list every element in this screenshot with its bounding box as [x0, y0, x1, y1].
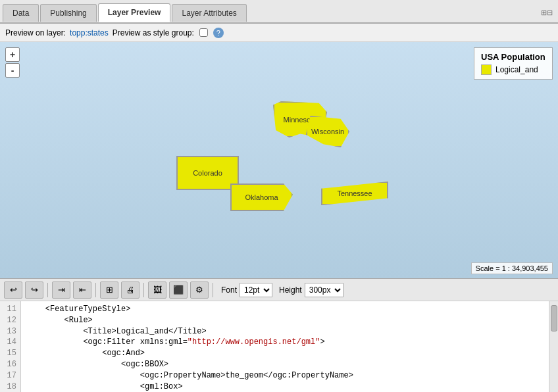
undo-button[interactable]: ↩: [4, 282, 22, 299]
indent-button[interactable]: ⇥: [52, 282, 70, 299]
print-button[interactable]: 🖨: [121, 282, 140, 299]
preview-label: Preview on layer:: [5, 28, 66, 37]
code-editor[interactable]: 1112131415 1617181920 2122 <FeatureTypeS…: [0, 301, 558, 392]
outdent-button[interactable]: ⇤: [73, 282, 91, 299]
style-group-checkbox[interactable]: [199, 28, 208, 37]
tabs-bar: Data Publishing Layer Preview Layer Attr…: [0, 0, 558, 24]
code-lines: 1112131415 1617181920 2122 <FeatureTypeS…: [0, 301, 558, 392]
help-icon[interactable]: ?: [213, 28, 224, 38]
code-content[interactable]: <FeatureTypeStyle> <Rule> <Title>Logical…: [21, 301, 549, 392]
settings-button[interactable]: ⚙: [190, 282, 209, 299]
legend-item-label: Logical_and: [495, 65, 538, 74]
preview-bar: Preview on layer: topp:states Preview as…: [0, 24, 558, 42]
zoom-controls: + -: [5, 47, 20, 78]
grid-icon: ⊞⊟: [541, 9, 555, 17]
map-legend: USA Population Logical_and: [474, 47, 553, 80]
map-container: + - Minnesota Wisconsin Colorado Oklahom…: [0, 42, 558, 279]
tab-layer-preview[interactable]: Layer Preview: [98, 3, 171, 22]
separator-1: [47, 283, 48, 297]
layer-link[interactable]: topp:states: [70, 28, 109, 37]
table-button[interactable]: ⊞: [100, 282, 118, 299]
separator-3: [143, 283, 144, 297]
tab-data[interactable]: Data: [3, 4, 39, 22]
scrollbar-thumb[interactable]: [551, 305, 557, 331]
zoom-in-button[interactable]: +: [5, 47, 20, 62]
legend-swatch: [481, 64, 492, 75]
font-label: Font: [221, 285, 237, 295]
editor-toolbar: ↩ ↪ ⇥ ⇤ ⊞ 🖨 🖼 ⬛ ⚙ Font 8pt 10pt 12pt 14p…: [0, 279, 558, 301]
state-colorado: Colorado: [176, 156, 239, 190]
state-label: Tennessee: [337, 189, 372, 197]
redo-button[interactable]: ↪: [25, 282, 43, 299]
image-button[interactable]: 🖼: [148, 282, 166, 299]
legend-item: Logical_and: [481, 64, 545, 75]
state-label: Wisconsin: [311, 128, 344, 135]
height-select[interactable]: 200px 250px 300px 350px 400px: [305, 283, 343, 297]
style-group-label: Preview as style group:: [113, 28, 194, 37]
zoom-out-button[interactable]: -: [5, 63, 20, 78]
state-oklahoma: Oklahoma: [230, 184, 293, 211]
scale-label: Scale = 1 : 34,903,455: [471, 262, 553, 274]
state-label: Colorado: [193, 169, 222, 177]
font-size-select[interactable]: 8pt 10pt 12pt 14pt 16pt: [240, 283, 272, 297]
height-label: Height: [279, 285, 302, 295]
line-numbers: 1112131415 1617181920 2122: [0, 301, 21, 392]
separator-2: [95, 283, 96, 297]
preview-button[interactable]: ⬛: [169, 282, 188, 299]
state-label: Oklahoma: [245, 193, 278, 201]
editor-scrollbar[interactable]: [549, 301, 558, 392]
tab-publishing[interactable]: Publishing: [40, 4, 96, 22]
tab-layer-attributes[interactable]: Layer Attributes: [172, 4, 246, 22]
separator-4: [213, 283, 213, 297]
legend-title: USA Population: [481, 52, 545, 62]
